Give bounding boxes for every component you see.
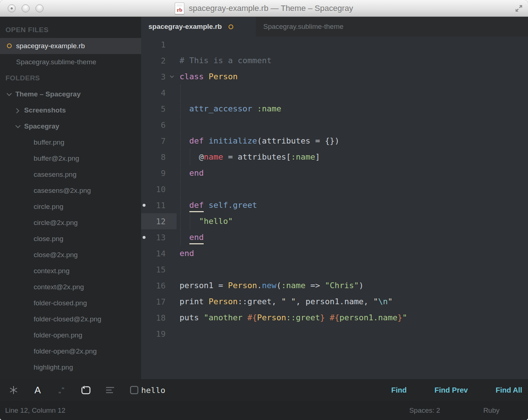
gutter-cell: 4	[141, 85, 177, 101]
find-input[interactable]	[141, 386, 391, 395]
modified-dot-icon	[141, 236, 147, 239]
tree-file-item[interactable]: close.png	[0, 231, 141, 247]
open-file-item[interactable]: spacegray-example.rb	[0, 38, 141, 54]
tab-spacegray-sublime-theme[interactable]: Spacegray.sublime-theme	[256, 17, 351, 37]
code-line[interactable]: 8 @name = attributes[:name]	[141, 149, 528, 165]
title-bar: rb spacegray-example.rb — Theme – Spaceg…	[0, 0, 528, 17]
code-line[interactable]: 4	[141, 85, 528, 101]
tree-file-item[interactable]: folder-open@2x.png	[0, 343, 141, 359]
tree-file-item[interactable]: context.png	[0, 263, 141, 279]
code-line[interactable]: 14end	[141, 245, 528, 261]
find-all-button[interactable]: Find All	[495, 386, 522, 394]
chevron-down-icon[interactable]	[15, 123, 20, 128]
tree-file-item[interactable]: close@2x.png	[0, 247, 141, 263]
code-line[interactable]: 12 "hello"	[141, 213, 528, 229]
line-number: 4	[147, 88, 166, 98]
zoom-button[interactable]	[35, 4, 44, 12]
whole-word-toggle-icon[interactable]: „"	[56, 385, 67, 396]
main-area: OPEN FILES spacegray-example.rbSpacegray…	[0, 17, 528, 379]
tree-file-item[interactable]: circle@2x.png	[0, 215, 141, 231]
code-line-text: person1 = Person.new(:name => "Chris")	[177, 278, 528, 294]
gutter-cell: 5	[141, 101, 177, 117]
find-button[interactable]: Find	[391, 386, 407, 394]
code-line[interactable]: 7 def initialize(attributes = {})	[141, 133, 528, 149]
tree-file-item[interactable]: buffer.png	[0, 134, 141, 150]
tree-folder-item[interactable]: Theme – Spacegray	[0, 86, 141, 102]
line-number: 6	[147, 121, 166, 130]
code-token: "	[388, 297, 393, 306]
tree-file-item[interactable]: folder-closed.png	[0, 295, 141, 311]
indent-guide	[180, 197, 181, 213]
code-line-text	[177, 85, 528, 101]
tree-file-item[interactable]: context@2x.png	[0, 279, 141, 295]
code-line[interactable]: 5 attr_accessor :name	[141, 101, 528, 117]
editor-column: spacegray-example.rbSpacegray.sublime-th…	[141, 17, 528, 379]
fold-chevron-icon[interactable]	[166, 75, 177, 78]
minimize-button[interactable]	[22, 4, 30, 12]
tree-file-item[interactable]: buffer@2x.png	[0, 150, 141, 167]
gutter-cell: 16	[141, 278, 177, 294]
indent-setting[interactable]: Spaces: 2	[409, 406, 440, 415]
code-line[interactable]: 18puts "another #{Person::greet} #{perso…	[141, 310, 528, 326]
code-line-text: puts "another #{Person::greet} #{person1…	[177, 310, 528, 326]
in-selection-toggle-icon[interactable]	[105, 385, 116, 396]
code-line[interactable]: 1	[141, 37, 528, 53]
gutter-cell: 9	[141, 165, 177, 181]
case-sensitive-toggle-icon[interactable]: A	[32, 385, 43, 396]
gutter-cell: 2	[141, 53, 177, 69]
code-line-text: class Person	[177, 69, 528, 85]
code-line-text: # This is a comment	[177, 53, 528, 69]
code-line[interactable]: 6	[141, 117, 528, 133]
indent-guide	[180, 101, 181, 117]
tree-folder-item[interactable]: Screenshots	[0, 102, 141, 118]
tree-folder-item[interactable]: Spacegray	[0, 118, 141, 134]
regex-toggle-icon[interactable]	[8, 385, 19, 396]
code-line[interactable]: 10	[141, 181, 528, 197]
wrap-toggle-icon[interactable]	[80, 385, 91, 396]
code-line[interactable]: 2# This is a comment	[141, 53, 528, 69]
tree-item-label: folder-open@2x.png	[34, 347, 97, 355]
title-group: rb spacegray-example.rb — Theme – Spaceg…	[175, 3, 353, 14]
tree-file-item[interactable]: folder-closed@2x.png	[0, 311, 141, 327]
code-token: @	[180, 152, 204, 161]
line-number: 18	[147, 313, 166, 322]
tree-file-item[interactable]: circle.png	[0, 199, 141, 215]
code-token: )	[359, 281, 363, 290]
code-token: (attributes = {})	[257, 136, 339, 145]
code-line[interactable]: 19	[141, 326, 528, 342]
code-line-text: def self.greet	[177, 197, 528, 213]
indent-guide	[190, 149, 190, 165]
tab-spacegray-example-rb[interactable]: spacegray-example.rb	[141, 17, 256, 37]
chevron-down-icon[interactable]	[7, 91, 12, 96]
chevron-right-icon[interactable]	[14, 108, 19, 113]
code-line[interactable]: 9 end	[141, 165, 528, 181]
code-token: name	[204, 152, 223, 161]
code-token: end	[189, 233, 204, 244]
code-editor[interactable]: 12# This is a comment3class Person45 att…	[141, 37, 528, 379]
gutter-cell: 15	[141, 261, 177, 278]
highlight-matches-toggle-icon[interactable]	[129, 385, 140, 396]
close-button[interactable]	[8, 4, 16, 12]
code-line[interactable]: 15	[141, 261, 528, 278]
syntax-setting[interactable]: Ruby	[483, 406, 499, 415]
find-prev-button[interactable]: Find Prev	[434, 386, 468, 394]
code-line[interactable]: 3class Person	[141, 69, 528, 85]
tree-file-item[interactable]: highlight.png	[0, 359, 141, 375]
code-line[interactable]: 17print Person::greet, " ", person1.name…	[141, 294, 528, 310]
tree-file-item[interactable]: casesens@2x.png	[0, 183, 141, 199]
code-token: def	[189, 201, 204, 212]
open-file-item[interactable]: Spacegray.sublime-theme	[0, 54, 141, 70]
tree-file-item[interactable]: casesens.png	[0, 167, 141, 183]
code-token: "	[373, 297, 378, 306]
tree-file-item[interactable]: folder-open.png	[0, 327, 141, 343]
code-token: attr_accessor	[189, 104, 252, 113]
line-number: 1	[147, 40, 166, 49]
fullscreen-button[interactable]	[514, 4, 524, 13]
code-line[interactable]: 13 end	[141, 229, 528, 245]
code-line[interactable]: 16person1 = Person.new(:name => "Chris")	[141, 278, 528, 294]
code-token	[180, 136, 189, 145]
folders-heading: FOLDERS	[0, 70, 141, 86]
code-token: (	[276, 281, 281, 290]
code-token	[204, 201, 208, 210]
code-line[interactable]: 11 def self.greet	[141, 197, 528, 213]
